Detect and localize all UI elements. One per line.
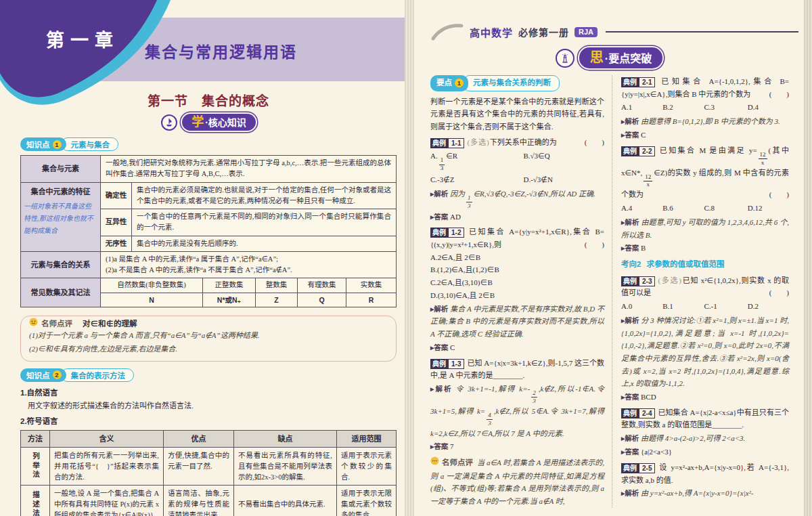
method-meaning: 把集合的所有元素一一列举出来,并用花括号“{ }”括起来表示集合的方法. [49, 448, 163, 485]
answer: ▸答案 7 [430, 440, 604, 453]
answer-value: B [641, 244, 646, 252]
question: 典例1-1(多选)下列关系中正确的为( ) [430, 136, 604, 149]
teacher-note-box: 名师点评 对∈和∉的理解 (1)对于一个元素 a 与一个集合 A 而言,只有“a… [20, 316, 397, 362]
option-d: D.(3,10)∈A,且 2∈B [430, 289, 604, 302]
analysis-text: 由 y=x²-ax+b,得 A={x|y-x=0}={x|x²- [641, 489, 753, 497]
option-a: A.1 [621, 101, 662, 114]
option-rest: ∈R [446, 152, 457, 160]
number-set-symbol: Q [297, 293, 346, 307]
example-badge-number: 2-5 [639, 463, 655, 473]
knowledge-point-1-badge: 知识点1 [20, 137, 66, 151]
example-badge: 典例1-3 [430, 359, 464, 369]
book-spine [405, 0, 414, 516]
teacher-note-line: (1)对于一个元素 a 与一个集合 A 而言,只有“a∈A”与“a∉A”这两种结… [29, 329, 388, 343]
example-badge-label: 典例 [621, 408, 639, 418]
example-2-4: 典例2-4已知集合 A={x|2-a<x≤a}中有且只有三个整数,则实数 a 的… [621, 406, 789, 458]
example-1-2: 典例1-2已知集合 A={y|y=x²+1,x∈R},集合 B={(x,y)|y… [430, 225, 604, 353]
teacher-note-badge: 名师点评 [442, 458, 473, 467]
example-badge-label: 典例 [621, 77, 639, 87]
option-b: B.1 [662, 300, 704, 313]
analysis-text: 由题得 4>a-(2-a)>2,可得 2<a<3. [641, 434, 745, 442]
row-header: 集合中元素的特征 一组对象若不具备这些特性,那这组对象也就不能构成集合 [21, 183, 101, 251]
answer-value: 7 [450, 442, 454, 450]
question: 典例2-4已知集合 A={x|2-a<x≤a}中有且只有三个整数,则实数 a 的… [621, 406, 789, 431]
think-pill: 思·要点突破 [579, 47, 662, 68]
options: A.4 B.6 C.8 D.12 [621, 201, 789, 215]
question: 典例1-3已知 A={x|x=3k+1,k∈Z},则-1,5,7 这三个数中,是… [430, 357, 604, 382]
analysis-text: 集合 A 中元素是实数,不是有序实数对,故 B,D 不正确;集合 B 中的元素是… [430, 305, 604, 339]
example-badge: 典例1-2 [430, 228, 464, 238]
analysis: ▸解析 由 y=x²-ax+b,得 A={x|y-x=0}={x|x²- [621, 487, 789, 500]
learn-pill: 学·核心知识 [182, 114, 256, 131]
learn-rest: ·核心知识 [205, 115, 246, 129]
option-b: B.√3∈Q [523, 150, 604, 172]
answer-label: ▸答案 [621, 131, 639, 139]
table-row: 集合中元素的特征 一组对象若不具备这些特性,那这组对象也就不能构成集合 确定性 … [21, 182, 396, 251]
option-b: B.6 [662, 202, 704, 215]
example-badge-number: 2-3 [639, 276, 655, 286]
example-badge-label: 典例 [621, 276, 639, 286]
kp-label: 要点 [436, 77, 452, 90]
number-set-name: 正整数集 [202, 278, 255, 292]
method-vertical-text: 描述法 [30, 491, 41, 516]
options: A.2∈A,且 2∈B B.(1,2)∈A,且(1,2)∈B C.2∈A,且(3… [430, 251, 604, 302]
row-header: 集合与元素 [21, 156, 101, 182]
kp-number: 1 [455, 79, 464, 87]
fraction-denominator: 3 [441, 165, 444, 172]
analysis: ▸解析 分 3 种情况讨论:①若 x²=1,则 x=±1.当 x=1 时,{1,… [621, 314, 789, 390]
answer: ▸答案 AD [430, 211, 604, 223]
option-d: D.-√3∉N [523, 173, 604, 186]
think-rest: ·要点突破 [605, 49, 652, 66]
analysis-label: ▸解析 [621, 316, 639, 324]
option-a: A.13∈R [430, 150, 523, 172]
col-header: 方法 [21, 431, 49, 448]
question: 典例2-5设 y=x²-ax+b,A={x|y-x=0},若 A={-3,1},… [621, 461, 789, 486]
number-set-name: 有理数集 [297, 278, 346, 292]
table-row: 列举法 把集合的所有元素一一列举出来,并用花括号“{ }”括起来表示集合的方法.… [21, 447, 396, 485]
exam-direction-2: 考向2求参数的值或取值范围 [621, 258, 789, 272]
number-set-symbol: N*或N₊ [202, 293, 255, 307]
fraction-numerator: 1 [439, 157, 445, 165]
question: 典例2-3(多选)已知 x²∈{1,0,2x},则实数 x 的取值可以是( ) [621, 274, 789, 299]
method-name: 描述法 [21, 486, 49, 516]
example-badge: 典例1-1 [430, 138, 464, 148]
representation-methods-table: 方法 含义 优点 缺点 适用范围 列举法 把集合的所有元素一一列举出来,并用花括… [20, 430, 397, 516]
analysis-label: ▸解析 [621, 489, 639, 497]
number-set-symbol: N [101, 293, 202, 307]
analysis: ▸解析 由题意,可知 y 可取的值为 1,2,3,4,6,12,共 6 个,所以… [621, 216, 789, 242]
answer-label: ▸答案 [621, 244, 639, 252]
example-2-3: 典例2-3(多选)已知 x²∈{1,0,2x},则实数 x 的取值可以是( ) … [621, 274, 789, 404]
method-scope: 适用于表示无限集或元素个数较多的集合. [336, 486, 396, 516]
fraction-numerator: 4 [487, 412, 493, 420]
fraction-numerator: 12 [644, 174, 652, 181]
kp-label: 知识点 [26, 370, 50, 381]
knowledge-point-1-title: 元素与集合 [61, 137, 119, 151]
multi-choice-tag: (多选) [467, 138, 489, 146]
row-text: (1)a 是集合 A 中的元素,读作“a 属于集合 A”,记作“a∈A”; (2… [101, 252, 396, 278]
teacher-icon [29, 317, 38, 329]
answer-label: ▸答案 [430, 343, 448, 351]
text-segment: 令 3k+1=-1,解得 k=- [456, 385, 531, 393]
col-header: 缺点 [233, 431, 336, 448]
example-1-3: 典例1-3已知 A={x|x=3k+1,k∈Z},则-1,5,7 这三个数中,是… [430, 357, 604, 453]
method-pro: 语言简洁、抽象,元素的规律与性质能清楚地表示出来. [163, 486, 233, 516]
col-header: 含义 [49, 431, 163, 448]
teacher-icon [430, 456, 439, 469]
answer: ▸答案 C [621, 129, 789, 142]
analysis-label: ▸解析 [621, 434, 639, 442]
answer-label: ▸答案 [621, 448, 639, 456]
key-point-1: 要点1 元素与集合关系的判断 [430, 75, 604, 91]
knowledge-point-2-title: 集合的表示方法 [61, 368, 135, 382]
answer-value: {a|2<a<3} [641, 448, 672, 456]
option-c: C.8 [704, 202, 747, 215]
answer-value: C [450, 343, 455, 351]
question-text: 已知集合 M 是由满足 y= [658, 146, 757, 154]
knowledge-point-1: 知识点1 元素与集合 [20, 137, 397, 151]
example-badge-number: 2-4 [639, 408, 655, 418]
symbol-language-heading: 2.符号语言 [20, 415, 397, 426]
number-set-name: 整数集 [255, 278, 297, 292]
analysis-label: ▸解析 [430, 190, 448, 198]
option-d: D.4 [748, 101, 789, 114]
fraction-denominator: 3 [533, 397, 536, 404]
answer-paren: ( ) [769, 188, 789, 201]
